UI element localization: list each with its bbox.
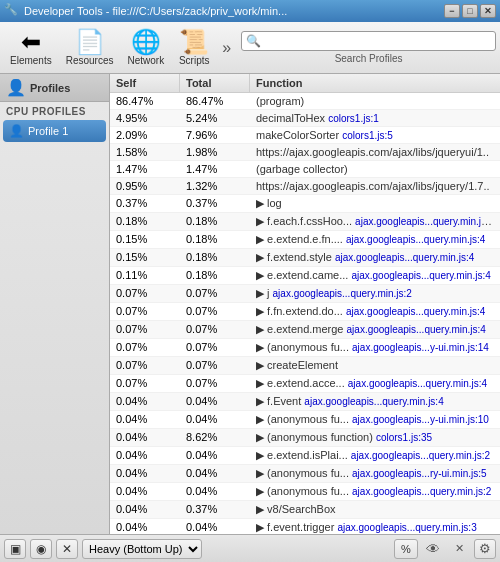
cell-total: 0.07% [180,303,250,320]
cell-function: (garbage collector) [250,161,500,177]
cell-function[interactable]: ▶ f.fn.extend.do... ajax.googleapis...qu… [250,303,500,320]
cell-function: ▶ createElement [250,357,500,374]
cell-total: 0.04% [180,465,250,482]
gear-button[interactable]: ⚙ [474,539,496,559]
cell-total: 0.04% [180,483,250,500]
table-row[interactable]: 0.04%0.04%▶ e.extend.isPlai... ajax.goog… [110,447,500,465]
new-profile-button[interactable]: ▣ [4,539,26,559]
table-row[interactable]: 0.07%0.07%▶ e.extend.acce... ajax.google… [110,375,500,393]
cell-function[interactable]: ▶ e.extend.came... ajax.googleapis...que… [250,267,500,284]
table-row[interactable]: 0.07%0.07%▶ createElement [110,357,500,375]
cell-self: 4.95% [110,110,180,126]
cell-self: 0.07% [110,285,180,302]
minimize-button[interactable]: − [444,4,460,18]
cell-self: 0.04% [110,465,180,482]
profile-1-label: Profile 1 [28,125,68,137]
cell-total: 0.07% [180,321,250,338]
cell-total: 0.07% [180,285,250,302]
cell-function[interactable]: ▶ j ajax.googleapis...query.min.js:2 [250,285,500,302]
main-content: 👤 Profiles CPU PROFILES 👤 Profile 1 Self… [0,74,500,534]
cell-self: 0.04% [110,483,180,500]
x-button[interactable]: ✕ [448,539,470,559]
table-row[interactable]: 2.09%7.96%makeColorSorter colors1.js:5 [110,127,500,144]
cell-function[interactable]: ▶ (anonymous fu... ajax.googleapis...y-u… [250,339,500,356]
cell-function[interactable]: ▶ (anonymous function) colors1.js:35 [250,429,500,446]
profiles-header: 👤 Profiles [0,74,109,102]
cell-total: 0.04% [180,411,250,428]
cell-function[interactable]: ▶ e.extend.acce... ajax.googleapis...que… [250,375,500,392]
cell-function[interactable]: ▶ (anonymous fu... ajax.googleapis...ry-… [250,465,500,482]
table-row[interactable]: 0.15%0.18%▶ e.extend.e.fn.... ajax.googl… [110,231,500,249]
cell-function[interactable]: ▶ e.extend.isPlai... ajax.googleapis...q… [250,447,500,464]
eye-button[interactable]: 👁 [422,539,444,559]
cell-self: 0.07% [110,339,180,356]
cell-function[interactable]: decimalToHex colors1.js:1 [250,110,500,126]
table-row[interactable]: 0.04%0.04%▶ (anonymous fu... ajax.google… [110,483,500,501]
column-total: Total [180,74,250,92]
table-row[interactable]: 0.15%0.18%▶ f.extend.style ajax.googleap… [110,249,500,267]
table-row[interactable]: 0.11%0.18%▶ e.extend.came... ajax.google… [110,267,500,285]
search-label: Search Profiles [241,53,496,64]
table-row[interactable]: 0.95%1.32%https://ajax.googleapis.com/aj… [110,178,500,195]
content-area: Self Total Function 86.47%86.47%(program… [110,74,500,534]
table-row[interactable]: 0.04%0.04%▶ f.Event ajax.googleapis...qu… [110,393,500,411]
profile-icon: 👤 [9,124,24,138]
cell-self: 0.18% [110,213,180,230]
table-row[interactable]: 1.58%1.98%https://ajax.googleapis.com/aj… [110,144,500,161]
table-row[interactable]: 0.07%0.07%▶ f.fn.extend.do... ajax.googl… [110,303,500,321]
elements-button[interactable]: ⬅ Elements [4,28,58,68]
search-input[interactable] [264,35,491,47]
table-row[interactable]: 0.18%0.18%▶ f.each.f.cssHoo... ajax.goog… [110,213,500,231]
cell-total: 0.37% [180,195,250,212]
cell-self: 0.07% [110,321,180,338]
cell-self: 0.95% [110,178,180,194]
column-function: Function [250,74,500,92]
table-row[interactable]: 0.04%0.04%▶ (anonymous fu... ajax.google… [110,465,500,483]
cell-total: 0.04% [180,447,250,464]
cell-function[interactable]: ▶ (anonymous fu... ajax.googleapis...que… [250,483,500,500]
cell-self: 0.07% [110,375,180,392]
table-row[interactable]: 0.37%0.37%▶ log [110,195,500,213]
cell-function[interactable]: ▶ f.event.trigger ajax.googleapis...quer… [250,519,500,534]
resources-button[interactable]: 📄 Resources [60,28,120,68]
table-row[interactable]: 0.07%0.07%▶ j ajax.googleapis...query.mi… [110,285,500,303]
table-row[interactable]: 1.47%1.47%(garbage collector) [110,161,500,178]
table-row[interactable]: 0.04%0.37%▶ v8/SearchBox [110,501,500,519]
scripts-button[interactable]: 📜 Scripts [172,28,216,68]
scripts-label: Scripts [179,55,210,66]
close-button[interactable]: ✕ [480,4,496,18]
window-controls: − □ ✕ [444,4,496,18]
profile-1-item[interactable]: 👤 Profile 1 [3,120,106,142]
cell-function[interactable]: ▶ e.extend.e.fn.... ajax.googleapis...qu… [250,231,500,248]
cell-total: 0.07% [180,375,250,392]
table-row[interactable]: 4.95%5.24%decimalToHex colors1.js:1 [110,110,500,127]
record-button[interactable]: ◉ [30,539,52,559]
cell-total: 0.18% [180,231,250,248]
cell-function[interactable]: ▶ e.extend.merge ajax.googleapis...query… [250,321,500,338]
cell-total: 0.18% [180,249,250,266]
search-icon: 🔍 [246,34,261,48]
sidebar: 👤 Profiles CPU PROFILES 👤 Profile 1 [0,74,110,534]
cell-function[interactable]: ▶ f.Event ajax.googleapis...query.min.js… [250,393,500,410]
table-row[interactable]: 0.07%0.07%▶ e.extend.merge ajax.googleap… [110,321,500,339]
profiles-header-label: Profiles [30,82,70,94]
percent-button[interactable]: % [394,539,418,559]
table-row[interactable]: 0.04%8.62%▶ (anonymous function) colors1… [110,429,500,447]
table-row[interactable]: 0.04%0.04%▶ f.event.trigger ajax.googlea… [110,519,500,534]
table-row[interactable]: 86.47%86.47%(program) [110,93,500,110]
more-button[interactable]: » [218,39,235,57]
cell-function[interactable]: makeColorSorter colors1.js:5 [250,127,500,143]
table-body[interactable]: 86.47%86.47%(program)4.95%5.24%decimalTo… [110,93,500,534]
clear-button[interactable]: ✕ [56,539,78,559]
cell-function[interactable]: ▶ f.extend.style ajax.googleapis...query… [250,249,500,266]
cell-total: 0.37% [180,501,250,518]
view-select[interactable]: Heavy (Bottom Up) [82,539,202,559]
cell-function[interactable]: ▶ f.each.f.cssHoo... ajax.googleapis...q… [250,213,500,230]
maximize-button[interactable]: □ [462,4,478,18]
table-row[interactable]: 0.07%0.07%▶ (anonymous fu... ajax.google… [110,339,500,357]
network-button[interactable]: 🌐 Network [122,28,171,68]
elements-label: Elements [10,55,52,66]
table-row[interactable]: 0.04%0.04%▶ (anonymous fu... ajax.google… [110,411,500,429]
cell-function[interactable]: ▶ (anonymous fu... ajax.googleapis...y-u… [250,411,500,428]
cell-total: 1.47% [180,161,250,177]
